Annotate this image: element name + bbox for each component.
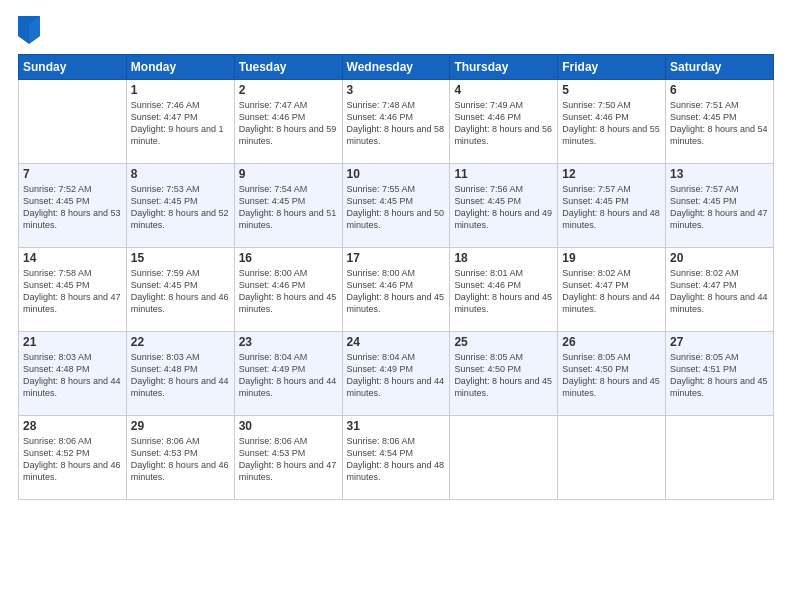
day-number: 2 (239, 83, 338, 97)
cell-info: Sunrise: 8:05 AM Sunset: 4:50 PM Dayligh… (562, 351, 661, 400)
calendar-cell: 21Sunrise: 8:03 AM Sunset: 4:48 PM Dayli… (19, 332, 127, 416)
cell-info: Sunrise: 8:05 AM Sunset: 4:51 PM Dayligh… (670, 351, 769, 400)
calendar-cell: 25Sunrise: 8:05 AM Sunset: 4:50 PM Dayli… (450, 332, 558, 416)
cell-info: Sunrise: 7:53 AM Sunset: 4:45 PM Dayligh… (131, 183, 230, 232)
cell-info: Sunrise: 8:03 AM Sunset: 4:48 PM Dayligh… (131, 351, 230, 400)
page: SundayMondayTuesdayWednesdayThursdayFrid… (0, 0, 792, 612)
day-number: 1 (131, 83, 230, 97)
day-number: 27 (670, 335, 769, 349)
day-number: 3 (347, 83, 446, 97)
day-number: 25 (454, 335, 553, 349)
cell-info: Sunrise: 8:06 AM Sunset: 4:52 PM Dayligh… (23, 435, 122, 484)
calendar-cell: 9Sunrise: 7:54 AM Sunset: 4:45 PM Daylig… (234, 164, 342, 248)
day-number: 26 (562, 335, 661, 349)
calendar-cell: 16Sunrise: 8:00 AM Sunset: 4:46 PM Dayli… (234, 248, 342, 332)
cell-info: Sunrise: 8:04 AM Sunset: 4:49 PM Dayligh… (239, 351, 338, 400)
day-number: 5 (562, 83, 661, 97)
cell-info: Sunrise: 7:50 AM Sunset: 4:46 PM Dayligh… (562, 99, 661, 148)
calendar-cell: 1Sunrise: 7:46 AM Sunset: 4:47 PM Daylig… (126, 80, 234, 164)
cell-info: Sunrise: 7:51 AM Sunset: 4:45 PM Dayligh… (670, 99, 769, 148)
day-number: 22 (131, 335, 230, 349)
calendar-cell (450, 416, 558, 500)
week-row-2: 7Sunrise: 7:52 AM Sunset: 4:45 PM Daylig… (19, 164, 774, 248)
calendar-cell: 14Sunrise: 7:58 AM Sunset: 4:45 PM Dayli… (19, 248, 127, 332)
calendar-cell: 6Sunrise: 7:51 AM Sunset: 4:45 PM Daylig… (666, 80, 774, 164)
calendar-cell: 5Sunrise: 7:50 AM Sunset: 4:46 PM Daylig… (558, 80, 666, 164)
day-number: 18 (454, 251, 553, 265)
calendar-cell: 2Sunrise: 7:47 AM Sunset: 4:46 PM Daylig… (234, 80, 342, 164)
day-number: 10 (347, 167, 446, 181)
calendar-cell: 3Sunrise: 7:48 AM Sunset: 4:46 PM Daylig… (342, 80, 450, 164)
cell-info: Sunrise: 7:57 AM Sunset: 4:45 PM Dayligh… (670, 183, 769, 232)
calendar-cell: 12Sunrise: 7:57 AM Sunset: 4:45 PM Dayli… (558, 164, 666, 248)
calendar-cell: 13Sunrise: 7:57 AM Sunset: 4:45 PM Dayli… (666, 164, 774, 248)
cell-info: Sunrise: 8:00 AM Sunset: 4:46 PM Dayligh… (239, 267, 338, 316)
calendar-cell: 15Sunrise: 7:59 AM Sunset: 4:45 PM Dayli… (126, 248, 234, 332)
day-header-wednesday: Wednesday (342, 55, 450, 80)
day-number: 23 (239, 335, 338, 349)
day-header-friday: Friday (558, 55, 666, 80)
week-row-1: 1Sunrise: 7:46 AM Sunset: 4:47 PM Daylig… (19, 80, 774, 164)
cell-info: Sunrise: 8:01 AM Sunset: 4:46 PM Dayligh… (454, 267, 553, 316)
cell-info: Sunrise: 8:02 AM Sunset: 4:47 PM Dayligh… (670, 267, 769, 316)
calendar-cell: 20Sunrise: 8:02 AM Sunset: 4:47 PM Dayli… (666, 248, 774, 332)
calendar-cell: 10Sunrise: 7:55 AM Sunset: 4:45 PM Dayli… (342, 164, 450, 248)
logo-icon (18, 16, 40, 44)
day-number: 24 (347, 335, 446, 349)
cell-info: Sunrise: 7:58 AM Sunset: 4:45 PM Dayligh… (23, 267, 122, 316)
cell-info: Sunrise: 7:48 AM Sunset: 4:46 PM Dayligh… (347, 99, 446, 148)
calendar-cell: 7Sunrise: 7:52 AM Sunset: 4:45 PM Daylig… (19, 164, 127, 248)
cell-info: Sunrise: 8:00 AM Sunset: 4:46 PM Dayligh… (347, 267, 446, 316)
calendar-cell: 8Sunrise: 7:53 AM Sunset: 4:45 PM Daylig… (126, 164, 234, 248)
week-row-4: 21Sunrise: 8:03 AM Sunset: 4:48 PM Dayli… (19, 332, 774, 416)
day-number: 7 (23, 167, 122, 181)
calendar-cell: 23Sunrise: 8:04 AM Sunset: 4:49 PM Dayli… (234, 332, 342, 416)
cell-info: Sunrise: 8:03 AM Sunset: 4:48 PM Dayligh… (23, 351, 122, 400)
day-number: 12 (562, 167, 661, 181)
cell-info: Sunrise: 7:54 AM Sunset: 4:45 PM Dayligh… (239, 183, 338, 232)
cell-info: Sunrise: 8:05 AM Sunset: 4:50 PM Dayligh… (454, 351, 553, 400)
calendar-table: SundayMondayTuesdayWednesdayThursdayFrid… (18, 54, 774, 500)
calendar-cell: 24Sunrise: 8:04 AM Sunset: 4:49 PM Dayli… (342, 332, 450, 416)
cell-info: Sunrise: 7:55 AM Sunset: 4:45 PM Dayligh… (347, 183, 446, 232)
calendar-cell: 11Sunrise: 7:56 AM Sunset: 4:45 PM Dayli… (450, 164, 558, 248)
logo (18, 16, 43, 44)
calendar-cell: 19Sunrise: 8:02 AM Sunset: 4:47 PM Dayli… (558, 248, 666, 332)
day-number: 4 (454, 83, 553, 97)
cell-info: Sunrise: 7:47 AM Sunset: 4:46 PM Dayligh… (239, 99, 338, 148)
day-number: 8 (131, 167, 230, 181)
calendar-cell: 30Sunrise: 8:06 AM Sunset: 4:53 PM Dayli… (234, 416, 342, 500)
day-number: 16 (239, 251, 338, 265)
calendar-cell: 28Sunrise: 8:06 AM Sunset: 4:52 PM Dayli… (19, 416, 127, 500)
day-header-monday: Monday (126, 55, 234, 80)
calendar-header-row: SundayMondayTuesdayWednesdayThursdayFrid… (19, 55, 774, 80)
week-row-3: 14Sunrise: 7:58 AM Sunset: 4:45 PM Dayli… (19, 248, 774, 332)
day-number: 14 (23, 251, 122, 265)
day-number: 11 (454, 167, 553, 181)
cell-info: Sunrise: 8:02 AM Sunset: 4:47 PM Dayligh… (562, 267, 661, 316)
day-number: 29 (131, 419, 230, 433)
calendar-cell (558, 416, 666, 500)
day-number: 17 (347, 251, 446, 265)
day-header-sunday: Sunday (19, 55, 127, 80)
day-number: 21 (23, 335, 122, 349)
calendar-cell: 26Sunrise: 8:05 AM Sunset: 4:50 PM Dayli… (558, 332, 666, 416)
day-number: 13 (670, 167, 769, 181)
day-header-thursday: Thursday (450, 55, 558, 80)
day-number: 19 (562, 251, 661, 265)
day-number: 6 (670, 83, 769, 97)
cell-info: Sunrise: 8:04 AM Sunset: 4:49 PM Dayligh… (347, 351, 446, 400)
day-number: 9 (239, 167, 338, 181)
day-number: 31 (347, 419, 446, 433)
day-header-saturday: Saturday (666, 55, 774, 80)
calendar-cell (666, 416, 774, 500)
cell-info: Sunrise: 7:56 AM Sunset: 4:45 PM Dayligh… (454, 183, 553, 232)
calendar-cell: 29Sunrise: 8:06 AM Sunset: 4:53 PM Dayli… (126, 416, 234, 500)
cell-info: Sunrise: 8:06 AM Sunset: 4:53 PM Dayligh… (239, 435, 338, 484)
calendar-cell: 18Sunrise: 8:01 AM Sunset: 4:46 PM Dayli… (450, 248, 558, 332)
week-row-5: 28Sunrise: 8:06 AM Sunset: 4:52 PM Dayli… (19, 416, 774, 500)
cell-info: Sunrise: 7:46 AM Sunset: 4:47 PM Dayligh… (131, 99, 230, 148)
calendar-cell: 4Sunrise: 7:49 AM Sunset: 4:46 PM Daylig… (450, 80, 558, 164)
calendar-cell: 27Sunrise: 8:05 AM Sunset: 4:51 PM Dayli… (666, 332, 774, 416)
header (18, 16, 774, 44)
